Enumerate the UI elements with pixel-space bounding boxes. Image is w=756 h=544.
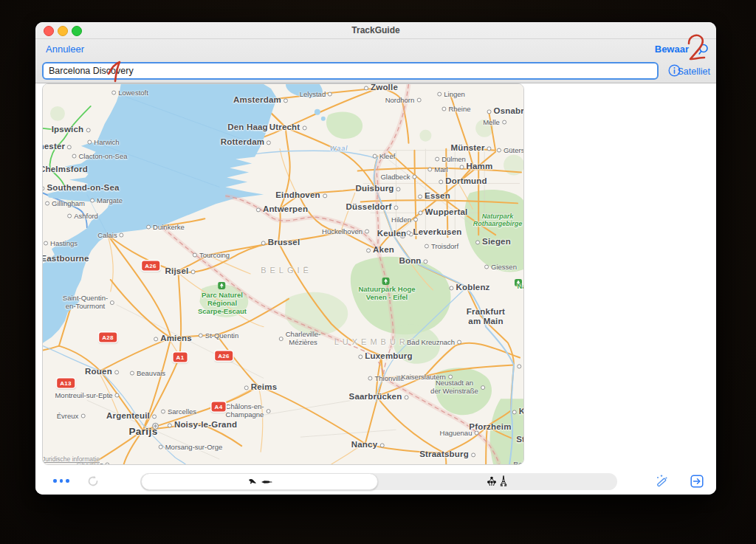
map-city-dot bbox=[323, 193, 327, 198]
map-city-dot bbox=[435, 157, 439, 162]
map-city-dot bbox=[67, 214, 72, 218]
map-city-dot bbox=[396, 187, 401, 191]
map-label: Nordhorn bbox=[385, 97, 422, 105]
map-label: Thionville bbox=[368, 375, 404, 383]
map-label: Duisburg bbox=[355, 184, 400, 193]
save-button[interactable]: Bewaar bbox=[655, 44, 689, 55]
map-label: Kaiserslautern bbox=[401, 373, 453, 382]
map-city-dot bbox=[457, 340, 461, 345]
map-city-dot bbox=[449, 286, 453, 290]
map-city-dot bbox=[394, 205, 399, 210]
map-label: Rheine bbox=[441, 106, 470, 114]
map-city-dot bbox=[270, 125, 275, 130]
map-label: Clacton-on-Sea bbox=[72, 153, 127, 161]
map-city-dot bbox=[111, 91, 116, 95]
map-label: Rouen bbox=[85, 367, 119, 376]
map-label: Melle bbox=[483, 119, 506, 127]
map-city-dot bbox=[497, 148, 501, 153]
bottom-toolbar bbox=[35, 469, 716, 495]
map-label: Lowestoft bbox=[111, 89, 148, 97]
map-city-dot bbox=[407, 230, 411, 235]
map-city-dot bbox=[502, 120, 506, 125]
map-city-dot bbox=[437, 92, 441, 97]
map-city-dot bbox=[418, 194, 422, 199]
map-label: Gütersloh bbox=[497, 147, 524, 155]
map-label: Siegen bbox=[475, 237, 511, 247]
map-label: Giessen bbox=[484, 264, 517, 272]
map-city-dot bbox=[266, 409, 270, 413]
map-label: Parijs bbox=[128, 426, 157, 438]
map-city-dot bbox=[302, 125, 306, 130]
map-city-dot bbox=[413, 175, 417, 179]
map-label: Osnabrück bbox=[487, 106, 524, 116]
map-view[interactable]: LowestoftIpswichColchesterHarwichClacton… bbox=[42, 83, 524, 465]
map-label: Aken bbox=[366, 245, 394, 255]
map-city-dot bbox=[106, 463, 110, 465]
map-label: Nancy bbox=[351, 440, 385, 450]
map-label: Bad Kreuznach bbox=[407, 339, 461, 347]
map-city-dot bbox=[366, 248, 371, 252]
map-label: Reims bbox=[244, 382, 278, 392]
map-city-dot bbox=[44, 241, 48, 246]
map-city-dot bbox=[114, 370, 119, 374]
map-label: Argenteuil bbox=[106, 411, 157, 421]
map-label: Stuttgart bbox=[516, 435, 524, 444]
map-city-dot bbox=[441, 107, 446, 111]
refresh-icon[interactable] bbox=[86, 475, 100, 488]
map-label: Wuppertal bbox=[419, 207, 468, 217]
map-city-dot bbox=[80, 414, 85, 419]
satellite-toggle[interactable]: Satelliet bbox=[678, 66, 710, 77]
motorway-badge: A26 bbox=[215, 351, 233, 361]
map-city-dot bbox=[404, 395, 408, 399]
map-label: BELGIË bbox=[261, 266, 312, 275]
map-label: Hilden bbox=[391, 216, 418, 224]
toolbar: Annuleer Bewaar bbox=[35, 38, 716, 61]
map-city-dot bbox=[193, 253, 197, 258]
content-area: LowestoftIpswichColchesterHarwichClacton… bbox=[35, 83, 716, 469]
map-city-dot bbox=[368, 376, 372, 381]
map-label: Southend-on-Sea bbox=[42, 183, 120, 193]
map-city-dot bbox=[487, 146, 492, 151]
map-label: Rijsel bbox=[165, 266, 196, 276]
map-label: Den Haag bbox=[227, 123, 275, 132]
track-name-input[interactable] bbox=[42, 62, 659, 80]
map-label: Lelystad bbox=[300, 91, 332, 99]
map-city-dot bbox=[261, 241, 266, 245]
map-label: Amiens bbox=[154, 334, 192, 343]
map-label: Hamm bbox=[460, 162, 493, 171]
map-city-dot bbox=[419, 210, 423, 215]
map-city-dot bbox=[448, 375, 453, 379]
timeline-range-thumb[interactable] bbox=[141, 473, 378, 490]
map-city-dot bbox=[159, 445, 163, 450]
map-label: Rotterdam bbox=[221, 137, 271, 147]
map-label: Sarcelles bbox=[161, 408, 196, 416]
map-city-dot bbox=[413, 218, 418, 222]
map-city-dot bbox=[379, 443, 384, 447]
map-label: Münster bbox=[450, 143, 491, 153]
map-city-dot bbox=[427, 168, 432, 172]
app-window: TrackGuide Annuleer Bewaar Satelliet bbox=[35, 22, 716, 495]
map-label: Brussel bbox=[261, 238, 300, 247]
map-city-dot bbox=[416, 98, 421, 103]
magic-wand-icon[interactable] bbox=[655, 474, 670, 489]
map-label: Dortmund bbox=[439, 176, 487, 186]
map-label: Haguenau bbox=[440, 430, 479, 438]
plane-banking-icon bbox=[247, 477, 258, 487]
map-city-dot bbox=[474, 431, 478, 435]
map-label: St-Quentin bbox=[199, 332, 238, 340]
map-label: Calais bbox=[97, 232, 123, 240]
map-city-dot bbox=[487, 109, 492, 114]
search-icon[interactable] bbox=[698, 43, 711, 56]
map-city-dot bbox=[364, 86, 368, 90]
export-icon[interactable] bbox=[690, 475, 704, 488]
more-options-icon[interactable] bbox=[53, 479, 69, 483]
map-label: LUXEMBURG bbox=[334, 337, 419, 347]
map-city-dot bbox=[284, 98, 288, 103]
map-city-dot bbox=[120, 233, 124, 238]
map-label: Luxemburg bbox=[358, 351, 412, 361]
map-city-dot bbox=[471, 452, 475, 457]
motorway-badge: A26 bbox=[142, 261, 159, 271]
timeline-track[interactable] bbox=[140, 473, 617, 490]
cancel-button[interactable]: Annuleer bbox=[46, 44, 84, 55]
map-label: Essen bbox=[418, 191, 450, 201]
